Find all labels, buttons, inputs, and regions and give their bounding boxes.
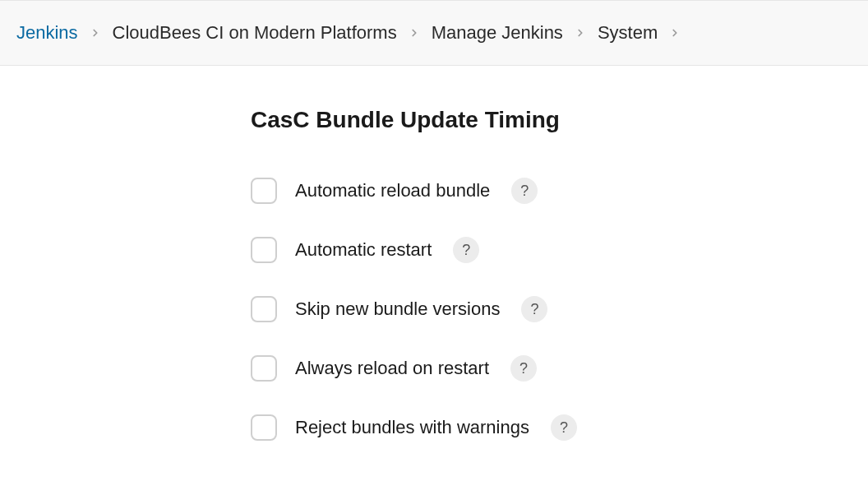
help-icon[interactable]: ? <box>511 178 538 204</box>
help-icon[interactable]: ? <box>551 414 577 441</box>
chevron-right-icon <box>409 27 420 39</box>
main-content: CasC Bundle Update Timing Automatic relo… <box>0 66 822 441</box>
chevron-right-icon <box>90 27 101 39</box>
section-title: CasC Bundle Update Timing <box>251 107 822 133</box>
option-label: Always reload on restart <box>295 358 489 379</box>
checkbox-automatic-restart[interactable] <box>251 237 277 263</box>
option-row-automatic-reload-bundle: Automatic reload bundle ? <box>251 178 822 204</box>
checkbox-reject-bundles-with-warnings[interactable] <box>251 414 277 441</box>
breadcrumb-item-jenkins[interactable]: Jenkins <box>16 22 78 44</box>
option-label: Automatic restart <box>295 239 432 261</box>
breadcrumb: Jenkins CloudBees CI on Modern Platforms… <box>0 0 868 66</box>
option-label: Reject bundles with warnings <box>295 417 529 438</box>
checkbox-automatic-reload-bundle[interactable] <box>251 178 277 204</box>
help-icon[interactable]: ? <box>453 237 479 263</box>
chevron-right-icon <box>575 27 586 39</box>
help-icon[interactable]: ? <box>521 296 547 322</box>
option-row-automatic-restart: Automatic restart ? <box>251 237 822 263</box>
option-row-reject-bundles-with-warnings: Reject bundles with warnings ? <box>251 414 822 441</box>
breadcrumb-item-cloudbees[interactable]: CloudBees CI on Modern Platforms <box>113 22 397 44</box>
breadcrumb-item-system[interactable]: System <box>598 22 658 44</box>
checkbox-skip-new-bundle-versions[interactable] <box>251 296 277 322</box>
option-label: Automatic reload bundle <box>295 180 490 201</box>
chevron-right-icon <box>669 27 681 39</box>
option-label: Skip new bundle versions <box>295 298 500 320</box>
option-row-always-reload-on-restart: Always reload on restart ? <box>251 355 822 382</box>
checkbox-always-reload-on-restart[interactable] <box>251 355 277 382</box>
breadcrumb-item-manage-jenkins[interactable]: Manage Jenkins <box>432 22 563 44</box>
help-icon[interactable]: ? <box>510 355 537 382</box>
option-row-skip-new-bundle-versions: Skip new bundle versions ? <box>251 296 822 322</box>
